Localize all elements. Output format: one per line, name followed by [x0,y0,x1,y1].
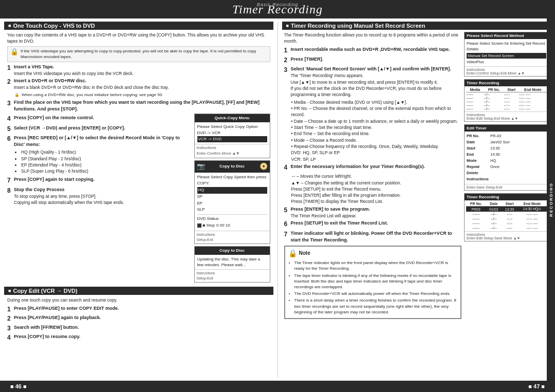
ctd-nav: Setup-Exit [197,237,268,242]
timer-content: The Timer Recording function allows you … [282,32,551,319]
note-text: If the VHS videotape you are attempting … [21,48,267,60]
ctd-instr: Instructions [197,232,268,237]
step-label: Press [COPY] to resume copy. [14,333,80,342]
step-2: 2 Insert a DVD+R or DVD+RW disc. Insert … [7,78,270,90]
etp-val-date: Jan/02 Sun [490,139,510,145]
etp-val-start: 13:30 [490,145,500,152]
etp-val-repeat: Once [490,164,499,170]
bullet-end: • End Time – Set the recording end time. [291,130,462,137]
quick-copy-content: Please Select Quick Copy Option DVD -> V… [195,122,270,144]
quick-copy-title: Quick-Copy Menu [195,114,270,122]
note-box: 🔒 If the VHS videotape you are attemptin… [7,46,270,62]
step-detail: The Timer Record List will appear. [291,213,357,218]
note-label: Note [299,250,310,257]
step-label: Press [PLAY/PAUSE] to enter COPY EDIT mo… [14,305,119,314]
footer-left: ■ 46 ■ [10,383,27,389]
th-start: Start [504,87,519,92]
bullet-icon: 🔒 [14,92,20,98]
ctd-icon: 📷 [197,162,205,172]
table-row: --------/----:----:-- ---- [466,212,547,216]
step-num: 4 [284,163,289,172]
edit-timer-panel: Edit Timer PR No. PR-03 Date Jan/02 Sun … [464,124,549,191]
step-num: 8 [7,186,12,206]
table-row: --------/----:----:-- ---- [466,103,547,107]
note-icon: 🔒 [10,48,18,55]
etp-footer: Enter-Save Setup-Exit [465,184,548,190]
etp-label-repeat: Repeat [467,164,487,170]
step-label: Enter the necessary information for your… [291,163,425,172]
page-footer: ■ 46 ■ ■ 47 ■ [0,381,555,392]
ctd-dvd-status: DVD Status [197,214,267,222]
th-end: End Mode [519,87,547,92]
copy-edit-content: During one touch copy you can search and… [4,295,273,345]
one-touch-title: ■ One Touch Copy - VHS to DVD [4,22,273,30]
timer-recording-panel-1: Timer Recording Media PR No. Start End M… [464,79,549,122]
psr-nav: Enter-Confirm Setup-Exit-Move ▲▼ [467,71,546,75]
quick-copy-menu-box: Quick-Copy Menu Please Select Quick Copy… [194,114,270,158]
step-detail: Insert the VHS videotape you wish to cop… [14,71,134,76]
trp1-instr: Instructions [467,113,546,117]
ctd-title: Copy to Disc [219,163,245,170]
ctd2-title: Copy to Disc [195,247,270,255]
trp1-nav: Enter-Edit Setup-Exit Move ▲▼ [467,117,546,120]
ctd2-content: Updating the disc. This may take a few m… [195,255,270,269]
step-label: Select (VCR →DVD) and press [ENTER] or [… [14,125,125,134]
basic-recording-subtitle: Basic Recording [257,2,299,7]
psr-instr: Instructions [467,68,546,71]
timer-main: The Timer Recording function allows you … [284,32,462,319]
b-cursor: ↔ – Moves the cursor left/right. [291,173,462,179]
mode-ep: EP (Extended Play - 4 hrs/disc) [21,162,191,168]
etp-label-date: Date [467,139,487,145]
bullet-dvd: DVD: HQ, SP, SLP or EP [291,150,462,156]
timer-intro: The Timer Recording function allows you … [284,32,462,45]
timer-step-2: 2 Press [TIMER]. [284,56,462,65]
qcm-nav: Enter-Confirm Move ▲▼ [197,151,268,157]
step-num: 2 [284,56,289,65]
step-num: 6 [284,220,289,229]
copy-to-disc-1-box: 📷 Copy to Disc 📀 Please Select Copy Spee… [194,160,270,245]
copy-edit-step-3: 3 Search with [FF/REW] button. [7,324,270,333]
etp-label-prno: PR No. [467,133,487,139]
qcm-instructions: Instructions [197,145,268,151]
step-num: 5 [7,125,12,134]
etp-val-prno: PR-03 [490,133,501,139]
copy-edit-step-2: 2 Press [PLAY/PAUSE] again to playback. [7,314,270,323]
main-content: ■ One Touch Copy - VHS to DVD You can co… [0,18,555,381]
left-column: ■ One Touch Copy - VHS to DVD You can co… [4,22,273,378]
right-note-box: 🔒 Note The Timer indicator lights on the… [284,246,462,319]
etp-row-prno: PR No. PR-03 [467,133,546,139]
bullet-note: 🔒 When using a DVD+RW disc, you must ini… [14,92,270,98]
psr-content: Please Select Screen for Entering Set Re… [465,39,548,66]
stop-icon [197,223,201,228]
ctd2-line1: Updating the disc. This may take a few m… [197,256,267,268]
page-header: Basic Recording Timer Recording [0,0,555,18]
copy-edit-section: ■ Copy Edit (VCR → DVD) During one touch… [4,287,273,345]
psr-opt1: Manual Set Record Screen [467,53,546,59]
etp-val-end: 14:30 [490,152,500,158]
copy-edit-step-4: 4 Press [COPY] to resume copy. [7,333,270,342]
etp-label-start: Start [467,145,487,152]
trp1-content: Media PR No. Start End Mode --------/---… [465,86,548,111]
timer-step-4-bullets: ↔ – Moves the cursor left/right. ▲▼ – Ch… [291,173,462,205]
timer-step-4: 4 Enter the necessary information for yo… [284,163,462,172]
steps-col: 4 Press [COPY] on the remote control. 5 … [7,114,191,207]
step-label: Insert a DVD+R or DVD+RW disc. [14,78,86,83]
table-row: --------/----:----:-- ---- [466,221,547,226]
right-column: ■ Timer Recording using Manual Set Recor… [282,22,551,378]
trp1-footer: Instructions Enter-Edit Setup-Exit Move … [465,111,548,121]
recording-sidebar: RECORDING [547,18,555,381]
ctd-time: 0 00 10 [216,222,230,229]
timer-step-3: 3 Select 'Manual Set Record Screen' with… [284,66,462,98]
quick-copy-footer: Instructions Enter-Confirm Move ▲▼ [195,144,270,158]
mode-hq: HQ (High Quality - 1 hr/disc) [21,149,191,155]
th2-date: Date [486,201,502,207]
table-row: --------/----:----:-- ---- [466,96,547,100]
mode-list: HQ (High Quality - 1 hr/disc) SP (Standa… [14,149,191,174]
ctd2-footer: Instructions Setup-Exit [195,269,270,282]
trp2-nav: Enter-Edit Setup-Save Move ▲▼ [467,236,546,240]
step-label: Timer indicator will light or blinking. … [291,230,462,244]
timer-recording-panel-2: Timer Recording PR No. Date Start End Mo… [464,193,549,241]
table-row: --------/----:----:-- ---- [466,216,547,221]
ctd-sp: SP [197,194,267,200]
timer-step-7: 7 Timer indicator will light or blinking… [284,230,462,244]
